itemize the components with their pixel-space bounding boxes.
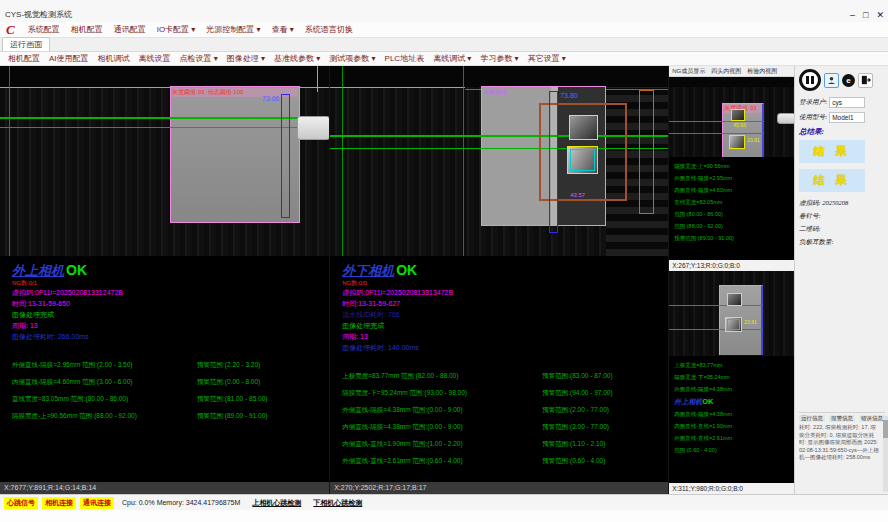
model-field[interactable]: Model1 xyxy=(829,112,865,123)
mini-yellow-box-1 xyxy=(731,109,745,121)
window-title: CYS-视觉检测系统 xyxy=(5,9,850,20)
warn-range-text: 预警范围:(0.60 - 4.00) xyxy=(542,452,605,469)
toolbar: 相机配置 AI使用配置 相机调试 离线设置 点检设置 ▾ 图像处理 ▾ 基准线参… xyxy=(0,52,888,66)
left-camera-view: 灰度阈值:93, 动态阈值:100 73.66 外上相机OK NG数:0/1 虚… xyxy=(0,66,330,494)
tool-offline-debug[interactable]: 离线调试 ▾ xyxy=(433,53,471,64)
upper-camera-heartbeat-link[interactable]: 上相机心跳检测 xyxy=(252,498,301,508)
menu-io-config[interactable]: IO卡配置 ▾ xyxy=(157,24,196,35)
warn-range-text: 预警范围:(1.10 - 2.10) xyxy=(542,435,605,452)
bottom-margin xyxy=(0,510,888,522)
menu-system-config[interactable]: 系统配置 xyxy=(28,24,60,35)
measurement-text: 上极宽度=83.77mm 范围:(82.00 - 88.00) xyxy=(342,367,542,384)
measurement-list: 外侧直线-隔膜=2.95mm 范围:(2.00 - 3.50)预警范围:(2.2… xyxy=(12,356,329,424)
pixel-coords-bar: X:7677;Y:891;R:14;G:14;B:14 xyxy=(0,482,329,494)
warn-range-text: 预警范围:(94.00 - 97.00) xyxy=(542,384,612,401)
right-top-text: 隔膜宽度-上=90.56mm 外侧直线-隔膜=2.95mm 内侧直线-隔膜=4.… xyxy=(669,157,794,260)
measurement-row: 外侧直线-隔膜=2.95mm 范围:(2.00 - 3.50)预警范围:(2.2… xyxy=(12,356,329,373)
mini-line: 外侧直线-直线=2.61mm xyxy=(674,432,794,444)
app-logo-icon: C xyxy=(6,23,15,36)
qrcode-label: 二维码: xyxy=(799,225,885,234)
left-result-panel: 外上相机OK NG数:0/1 虚拟码:0F11i=202502081331247… xyxy=(0,256,329,482)
control-buttons: e xyxy=(799,69,885,91)
warn-range-text: 预警范围:(2.20 - 3.20) xyxy=(197,356,260,373)
measurement-row: 隔膜宽度-下=95.24mm 范围:(93.00 - 98.00)预警范围:(9… xyxy=(342,384,668,401)
measurement-text: 内侧直线-隔膜=4.60mm 范围:(3.00 - 6.00) xyxy=(12,373,197,390)
minimize-button[interactable]: – xyxy=(850,11,855,20)
measurement-text: 外侧直线-隔膜=2.95mm 范围:(2.00 - 3.50) xyxy=(12,356,197,373)
connector-part xyxy=(297,116,329,140)
measurement-row: 内侧直线-隔膜=4.60mm 范围:(3.00 - 6.00)预警范围:(0.0… xyxy=(12,373,329,390)
right-bottom-image[interactable]: 23.81 xyxy=(669,271,794,356)
tab-alarm-info[interactable]: 报警信息 xyxy=(829,415,855,422)
ng-count-label: NG数:0/0 xyxy=(342,280,668,287)
title-bar: CYS-视觉检测系统 – □ ✕ xyxy=(0,0,888,22)
middle-camera-image[interactable]: AI检测框 73.80 43.57 xyxy=(330,66,668,256)
model-row: 使用型号: Model1 xyxy=(799,112,885,123)
mini-line: 直线宽度=83.05mm xyxy=(674,196,794,208)
menu-light-config[interactable]: 光源控制配置 ▾ xyxy=(206,24,260,35)
exit-button[interactable] xyxy=(858,73,873,88)
comm-connect-badge: 通讯连接 xyxy=(80,497,114,509)
middle-camera-view: AI检测框 73.80 43.57 外下相机OK NG数:0/0 虚拟码:0F1… xyxy=(330,66,669,494)
tab-cyan-inner-box xyxy=(570,149,595,171)
result-ok-label: OK xyxy=(702,397,713,406)
tool-image-processing[interactable]: 图像处理 ▾ xyxy=(227,53,265,64)
result-ok-label: OK xyxy=(66,262,87,278)
tool-offline-setting[interactable]: 离线设置 xyxy=(139,53,171,64)
menu-comm-config[interactable]: 通讯配置 xyxy=(114,24,146,35)
tool-baseline-params[interactable]: 基准线参数 ▾ xyxy=(274,53,320,64)
e-button[interactable]: e xyxy=(842,74,855,87)
result-ok-label: OK xyxy=(396,262,417,278)
tool-spotcheck-setting[interactable]: 点检设置 ▾ xyxy=(180,53,218,64)
left-camera-image[interactable]: 灰度阈值:93, 动态阈值:100 73.66 xyxy=(0,66,329,256)
baseline-green-v1 xyxy=(342,66,343,256)
mini-yellow-box-2 xyxy=(725,317,742,332)
tool-other-settings[interactable]: 其它设置 ▾ xyxy=(528,53,566,64)
mini-green-line-2 xyxy=(669,329,763,330)
menu-language-switch[interactable]: 系统语言切换 xyxy=(305,24,353,35)
log-scrollbar[interactable] xyxy=(883,416,888,492)
mini-line: 范围:(88.00 - 92.00) xyxy=(674,220,794,232)
maximize-button[interactable]: □ xyxy=(863,11,868,20)
login-field[interactable]: cys xyxy=(829,97,865,108)
pause-button[interactable] xyxy=(799,69,821,91)
process-done-label: 图像处理完成 xyxy=(342,320,668,331)
tool-camera-debug[interactable]: 相机调试 xyxy=(98,53,130,64)
mini-line: 外侧直线-隔膜=2.95mm xyxy=(674,172,794,184)
close-button[interactable]: ✕ xyxy=(876,11,884,20)
tab-ng-members[interactable]: NG成员显示 xyxy=(672,67,705,76)
cycle-label: 周期: 13 xyxy=(12,320,329,331)
tool-ai-config[interactable]: AI使用配置 xyxy=(49,53,89,64)
mini-yellow-box-1 xyxy=(727,293,742,306)
elapsed-label: 图像处理耗时: 266.00ms xyxy=(12,331,329,342)
measurement-text: 外侧直线-隔膜=4.38mm 范围:(0.00 - 9.00) xyxy=(342,401,542,418)
menu-bar: C 系统配置 相机配置 通讯配置 IO卡配置 ▾ 光源控制配置 ▾ 查看 ▾ 系… xyxy=(0,22,888,38)
tab-error-info[interactable]: 错误信息 xyxy=(859,415,885,422)
right-top-image[interactable]: 灰度阈值:93 45.93 23.81 xyxy=(669,77,794,157)
mini-connector-part xyxy=(777,113,794,124)
tool-test-params[interactable]: 测试项参数 ▾ xyxy=(329,53,375,64)
mini-line: 范围:(0.60 - 4.00) xyxy=(674,444,794,456)
lower-camera-heartbeat-link[interactable]: 下相机心跳检测 xyxy=(313,498,362,508)
warn-range-text: 预警范围:(81.00 - 85.00) xyxy=(197,390,267,407)
mini-line: 外侧直线-隔膜=4.38mm xyxy=(674,383,794,395)
time-label: 时间:13-31-59-627 xyxy=(342,298,668,309)
tab-count-label: 负极耳数量: xyxy=(799,238,885,247)
image-top-band xyxy=(0,66,329,87)
mini-box-value-2: 23.81 xyxy=(747,137,760,143)
tool-learning-params[interactable]: 学习参数 ▾ xyxy=(480,53,518,64)
tab-run-info[interactable]: 运行信息 xyxy=(799,415,825,422)
mini-line: 内侧直线-隔膜=4.38mm xyxy=(674,408,794,420)
user-login-button[interactable] xyxy=(824,73,839,88)
scrollbar-thumb[interactable] xyxy=(883,420,888,438)
tab-view-2[interactable]: 检验内视图 xyxy=(747,67,777,76)
tool-plc-address[interactable]: PLC地址表 xyxy=(385,53,425,64)
tab-view-1[interactable]: 四头内视图 xyxy=(711,67,741,76)
tool-camera-config[interactable]: 相机配置 xyxy=(8,53,40,64)
app-window: CYS-视觉检测系统 – □ ✕ C 系统配置 相机配置 通讯配置 IO卡配置 … xyxy=(0,0,888,522)
menu-view[interactable]: 查看 ▾ xyxy=(272,24,294,35)
process-done-label: 图像处理完成 xyxy=(12,309,329,320)
menu-camera-config[interactable]: 相机配置 xyxy=(71,24,103,35)
tab-run-screen[interactable]: 运行画面 xyxy=(2,37,50,51)
barcode-label: 虚拟码:0F11i=2025020813313472B xyxy=(342,287,668,298)
